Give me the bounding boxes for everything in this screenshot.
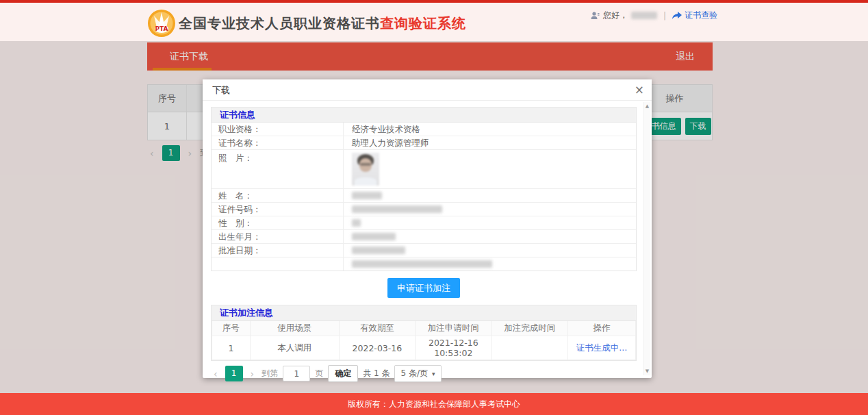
close-icon[interactable]: × [635, 79, 644, 101]
annotation-table: 序号 使用场景 有效期至 加注申请时间 加注完成时间 操作 1 本人调用 202… [212, 320, 636, 360]
site-header: PTA 全国专业技术人员职业资格证书查询验证系统 您好， | 证书查验 [147, 5, 717, 41]
ann-col-valid-until: 有效期至 [339, 321, 415, 336]
modal-scrollbar[interactable]: ▲ ▼ [643, 102, 650, 375]
certificate-photo [352, 153, 379, 186]
separator: | [663, 11, 666, 21]
field-photo: 照 片： [212, 150, 636, 189]
confirm-page-button[interactable]: 确定 [328, 365, 358, 382]
redacted-approval-date [352, 247, 405, 254]
redacted-name [352, 192, 382, 199]
ann-col-complete-time: 加注完成时间 [492, 321, 567, 336]
pta-logo-icon: PTA [147, 9, 176, 38]
ann-col-scene: 使用场景 [250, 321, 339, 336]
modal-title: 下载 [212, 85, 230, 95]
field-birth-date: 出生年月： [212, 230, 636, 244]
ann-cell-action: 证书生成中... [567, 336, 635, 360]
copyright-text: 版权所有：人力资源和社会保障部人事考试中心 [348, 399, 520, 409]
annotation-header-row: 序号 使用场景 有效期至 加注申请时间 加注完成时间 操作 [212, 321, 636, 336]
ann-current-page-button[interactable]: 1 [225, 366, 243, 381]
download-modal: 下载 × 证书信息 职业资格： 经济专业技术资格 证书名称： 助理人力资源管理师… [203, 79, 652, 378]
ann-cell-valid-until: 2022-03-16 [339, 336, 415, 360]
top-accent-bar [0, 0, 868, 3]
annotation-row: 1 本人调用 2022-03-16 2021-12-16 10:53:02 证书… [212, 336, 636, 360]
modal-body: 证书信息 职业资格： 经济专业技术资格 证书名称： 助理人力资源管理师 照 片：… [203, 101, 652, 377]
cert-info-section: 证书信息 职业资格： 经济专业技术资格 证书名称： 助理人力资源管理师 照 片：… [211, 107, 637, 271]
scroll-down-icon[interactable]: ▼ [646, 367, 649, 375]
ann-cell-apply-time: 2021-12-16 10:53:02 [416, 336, 492, 360]
page-number-input[interactable] [283, 366, 310, 381]
redacted-gender [352, 219, 361, 227]
cert-verify-link[interactable]: 证书查验 [672, 10, 717, 21]
field-approval-date: 批准日期： [212, 244, 636, 257]
redacted-username [631, 12, 657, 19]
total-count-label: 共 1 条 [363, 368, 390, 379]
page-title: 全国专业技术人员职业资格证书查询验证系统 [179, 14, 466, 33]
title-accent: 查询验证系统 [380, 15, 466, 32]
ann-col-seq: 序号 [212, 321, 251, 336]
field-occupation: 职业资格： 经济专业技术资格 [212, 123, 636, 136]
user-area: 您好， | 证书查验 [590, 10, 717, 21]
field-name: 姓 名： [212, 189, 636, 203]
page-size-select[interactable]: 5 条/页 ▾ [394, 365, 441, 382]
ann-prev-page-arrow[interactable]: ‹ [211, 368, 220, 379]
field-gender: 性 别： [212, 216, 636, 230]
field-cert-name: 证书名称： 助理人力资源管理师 [212, 136, 636, 150]
field-extra [212, 257, 636, 271]
user-icon [590, 11, 600, 21]
svg-text:PTA: PTA [155, 25, 168, 32]
apply-annotation-button[interactable]: 申请证书加注 [387, 278, 460, 298]
redacted-id-number [352, 205, 442, 213]
modal-titlebar: 下载 × [203, 79, 652, 101]
page-unit-label: 页 [315, 368, 323, 379]
ann-col-apply-time: 加注申请时间 [416, 321, 492, 336]
annotation-section: 证书加注信息 序号 使用场景 有效期至 加注申请时间 加注完成时间 操作 [211, 305, 637, 361]
annotation-section-title: 证书加注信息 [212, 305, 636, 320]
ann-cell-scene: 本人调用 [250, 336, 339, 360]
ann-cell-seq: 1 [212, 336, 251, 360]
field-id-number: 证件号码： [212, 203, 636, 216]
chevron-down-icon: ▾ [432, 370, 435, 377]
ann-next-page-arrow[interactable]: › [248, 368, 257, 379]
ann-col-action: 操作 [567, 321, 635, 336]
greeting-text: 您好， [603, 10, 628, 21]
footer: 版权所有：人力资源和社会保障部人事考试中心 [0, 393, 868, 415]
ann-goto-label: 到第 [261, 368, 278, 379]
cert-generating-link[interactable]: 证书生成中... [576, 342, 627, 353]
ann-cell-complete-time [492, 336, 567, 360]
share-arrow-icon [672, 12, 682, 20]
redacted-extra-info [352, 260, 492, 268]
apply-button-row: 申请证书加注 [211, 278, 637, 298]
scroll-up-icon[interactable]: ▲ [646, 102, 649, 110]
redacted-birth-date [352, 233, 396, 240]
cert-info-section-title: 证书信息 [212, 108, 636, 123]
title-main: 全国专业技术人员职业资格证书 [179, 15, 380, 32]
annotation-pagination: ‹ 1 › 到第 页 确定 共 1 条 5 条/页 ▾ [211, 365, 637, 382]
